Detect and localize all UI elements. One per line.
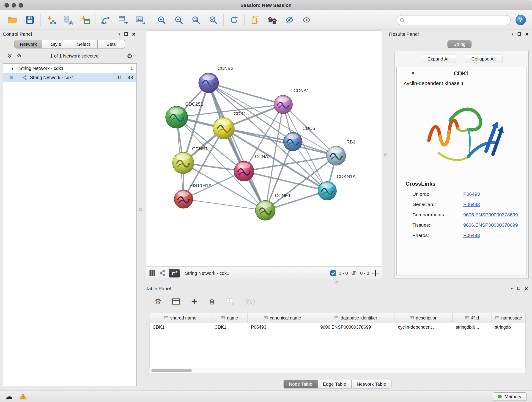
vertical-splitter-handle[interactable] bbox=[139, 208, 142, 211]
import-network-from-database-button[interactable] bbox=[60, 12, 77, 28]
table-row[interactable]: CDK1CDK1P064939606.ENSP00000378699cyclin… bbox=[150, 322, 526, 332]
crosslink-link[interactable]: P06493 bbox=[463, 201, 480, 207]
collection-count: 1 bbox=[130, 66, 133, 71]
tab-network-table[interactable]: Network Table bbox=[351, 380, 392, 389]
delete-column-trash-icon[interactable] bbox=[208, 298, 216, 305]
collapse-all-networks-icon[interactable] bbox=[17, 53, 22, 58]
fit-content-button[interactable] bbox=[187, 12, 205, 28]
network-from-table-button[interactable] bbox=[115, 12, 132, 28]
copy-button[interactable] bbox=[247, 12, 264, 28]
zoom-selected-button[interactable] bbox=[205, 12, 222, 28]
network-node-rb1[interactable]: RB1 bbox=[326, 139, 355, 166]
float-panel-icon[interactable] bbox=[124, 32, 128, 36]
expand-all-button[interactable]: Expand All bbox=[421, 55, 456, 64]
refresh-view-button[interactable] bbox=[225, 12, 243, 28]
network-node-hist1h1a[interactable]: HIST1H1A bbox=[174, 183, 212, 208]
tab-edge-table[interactable]: Edge Table bbox=[317, 380, 352, 389]
protein-structure-image bbox=[419, 91, 504, 173]
memory-button[interactable]: Memory bbox=[493, 392, 526, 401]
column-header[interactable]: database identifier bbox=[317, 313, 395, 322]
import-network-from-file-button[interactable] bbox=[42, 12, 60, 28]
zoom-window-button[interactable] bbox=[19, 3, 23, 7]
table-horizontal-scrollbar[interactable] bbox=[150, 368, 526, 373]
crosslink-link[interactable]: P06493 bbox=[463, 191, 480, 197]
tab-style[interactable]: Style bbox=[42, 40, 70, 49]
vertical-splitter-handle[interactable] bbox=[384, 153, 387, 157]
panel-menu-icon[interactable]: ▾ bbox=[511, 286, 513, 291]
pan-move-icon[interactable] bbox=[372, 269, 379, 277]
zoom-in-icon bbox=[157, 15, 166, 25]
tab-node-table[interactable]: Node Table bbox=[283, 380, 318, 389]
close-window-button[interactable] bbox=[5, 3, 9, 7]
network-graph[interactable]: CCNB2CCNA1CDC25BCDK1CDC6RB1CCNB1CCNA2CDK… bbox=[146, 31, 382, 267]
import-table-from-file-button[interactable] bbox=[77, 12, 94, 28]
detach-view-button[interactable] bbox=[169, 269, 180, 277]
save-session-button[interactable] bbox=[21, 12, 38, 28]
add-column-plus-icon[interactable] bbox=[190, 298, 198, 305]
export-image-button[interactable] bbox=[132, 12, 149, 28]
network-node-ccne1[interactable]: CCNE1 bbox=[255, 193, 291, 220]
zoom-out-button[interactable] bbox=[170, 12, 187, 28]
network-edge[interactable] bbox=[184, 199, 265, 211]
crosslink-link[interactable]: 9606.ENSP00000378699 bbox=[463, 222, 518, 228]
node-label: RB1 bbox=[346, 139, 355, 144]
search-input[interactable] bbox=[397, 15, 511, 25]
horizontal-splitter-handle[interactable] bbox=[336, 281, 339, 284]
network-edge[interactable] bbox=[244, 171, 327, 191]
grid-view-icon[interactable] bbox=[149, 269, 156, 276]
column-header[interactable]: description bbox=[395, 313, 453, 322]
show-all-button[interactable] bbox=[298, 12, 315, 28]
network-options-gear-icon[interactable]: ⚙ bbox=[127, 52, 133, 59]
section-collapse-icon[interactable]: ▼ bbox=[411, 71, 415, 76]
crosslink-row: Compartments:9606.ENSP00000378699 bbox=[397, 212, 526, 222]
tab-select[interactable]: Select bbox=[70, 40, 98, 49]
toolbar-search bbox=[397, 15, 511, 25]
network-node-ccnb1[interactable]: CCNB1 bbox=[172, 146, 208, 174]
crosslink-label: Pharos: bbox=[412, 232, 463, 238]
panel-menu-icon[interactable]: ▾ bbox=[512, 32, 513, 36]
network-row[interactable]: String Network - cdk1 11 48 bbox=[3, 73, 137, 82]
close-panel-icon[interactable]: × bbox=[132, 31, 135, 37]
panel-menu-icon[interactable]: ▾ bbox=[119, 32, 120, 36]
column-header[interactable]: canonical name bbox=[248, 313, 317, 322]
crosslink-link[interactable]: P06493 bbox=[463, 232, 480, 238]
help-button[interactable]: ? bbox=[515, 15, 526, 25]
network-node-cdk1[interactable]: CDK1 bbox=[213, 111, 246, 139]
cloud-icon[interactable]: ☁ bbox=[6, 393, 12, 400]
selected-checkbox-icon[interactable] bbox=[330, 270, 336, 276]
column-header[interactable]: name bbox=[211, 313, 248, 322]
network-node-cdkn1a[interactable]: CDKN1A bbox=[318, 174, 356, 200]
network-collection-row[interactable]: ▼ String Network - cdk1 1 bbox=[3, 64, 137, 73]
column-header-label: description bbox=[416, 315, 437, 320]
apply-layout-button[interactable] bbox=[98, 12, 115, 28]
zoom-in-button[interactable] bbox=[153, 12, 170, 28]
network-node-ccna1[interactable]: CCNA1 bbox=[274, 88, 309, 114]
column-header[interactable]: shared name bbox=[150, 313, 211, 322]
close-panel-icon[interactable]: × bbox=[525, 286, 528, 292]
column-header[interactable]: @id bbox=[453, 313, 492, 322]
float-panel-icon[interactable] bbox=[518, 32, 521, 36]
table-settings-gear-icon[interactable]: ⚙ bbox=[155, 298, 162, 305]
title-bar: Session: New Session bbox=[0, 0, 532, 10]
network-edge[interactable] bbox=[209, 83, 266, 211]
results-tab-string[interactable]: String bbox=[448, 40, 472, 48]
warning-icon[interactable] bbox=[19, 393, 27, 400]
share-view-icon[interactable] bbox=[159, 269, 166, 276]
first-neighbors-button[interactable] bbox=[264, 12, 281, 28]
collection-expand-icon[interactable]: ▼ bbox=[11, 66, 14, 70]
column-header[interactable]: namespac bbox=[492, 313, 526, 322]
crosslink-link[interactable]: 9606.ENSP00000378699 bbox=[463, 212, 518, 217]
minimize-window-button[interactable] bbox=[12, 3, 16, 7]
float-panel-icon[interactable] bbox=[517, 287, 520, 290]
tab-sets[interactable]: Sets bbox=[97, 40, 125, 49]
table-panel-title: Table Panel bbox=[146, 286, 171, 291]
tab-network[interactable]: Network bbox=[14, 40, 42, 49]
close-panel-icon[interactable]: × bbox=[525, 31, 529, 37]
expand-all-networks-icon[interactable] bbox=[7, 53, 12, 58]
hide-selection-button[interactable] bbox=[281, 12, 298, 28]
open-session-button[interactable] bbox=[4, 12, 21, 28]
hidden-eye-slash-icon[interactable] bbox=[351, 270, 357, 276]
show-columns-icon[interactable] bbox=[172, 298, 180, 305]
collapse-all-button[interactable]: Collapse All bbox=[464, 55, 502, 64]
scrollbar-thumb[interactable] bbox=[151, 369, 192, 372]
